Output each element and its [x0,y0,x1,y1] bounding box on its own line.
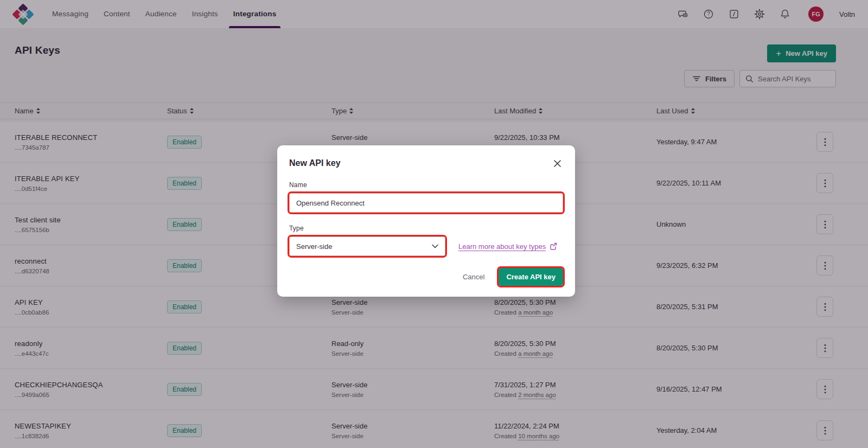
learn-more-link[interactable]: Learn more about key types [458,242,557,251]
name-field-label: Name [289,181,563,189]
new-api-key-modal: New API key Name Type Server-side Learn … [277,145,575,297]
type-select[interactable]: Server-side [289,236,445,256]
modal-title: New API key [289,158,341,168]
close-icon[interactable] [551,157,563,169]
external-link-icon [550,242,557,250]
cancel-button[interactable]: Cancel [463,273,484,281]
chevron-down-icon [432,244,438,248]
api-key-name-input[interactable] [289,193,563,213]
type-field-label: Type [289,225,563,232]
create-api-key-button[interactable]: Create API key [499,268,563,286]
